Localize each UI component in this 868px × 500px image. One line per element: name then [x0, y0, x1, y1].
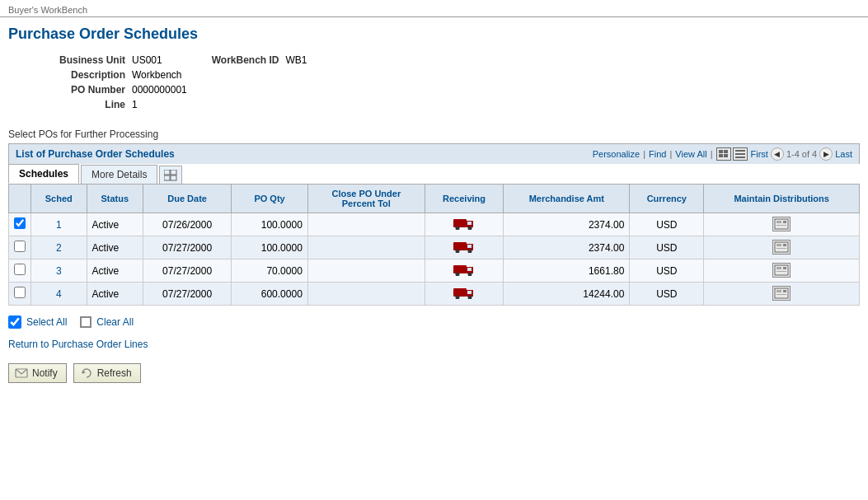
merch-amt-cell: 14244.00 [504, 283, 630, 306]
svg-rect-19 [783, 221, 786, 223]
select-all-group: Select All [8, 315, 67, 329]
notify-button[interactable]: Notify [8, 363, 67, 383]
truck-icon[interactable] [453, 286, 475, 301]
prev-page-arrow[interactable]: ◀ [771, 147, 784, 161]
close-po-cell [307, 236, 425, 259]
last-label[interactable]: Last [835, 149, 852, 159]
merch-amt-cell: 1661.80 [504, 259, 630, 283]
refresh-button[interactable]: Refresh [73, 363, 141, 383]
currency-cell: USD [630, 259, 704, 283]
refresh-label: Refresh [97, 367, 132, 379]
col-close-po: Close PO UnderPercent Tol [307, 185, 425, 213]
svg-rect-45 [777, 294, 786, 295]
clear-all-group: Clear All [80, 316, 134, 328]
close-po-cell [307, 259, 425, 283]
row-checkbox[interactable] [14, 264, 26, 275]
instruction-text: Select POs for Further Processing [0, 122, 868, 143]
tab-grid-icon[interactable] [159, 166, 182, 184]
svg-rect-18 [777, 225, 786, 226]
col-maintain-dist: Maintain Distributions [704, 185, 860, 213]
select-all-checkbox[interactable] [8, 315, 21, 329]
business-unit-value: US001 [132, 54, 162, 66]
svg-rect-27 [777, 248, 786, 249]
svg-rect-43 [775, 288, 788, 298]
po-qty-cell: 70.0000 [232, 259, 308, 283]
workbench-id-label: WorkBench ID [212, 54, 286, 66]
maintain-dist-cell[interactable] [704, 236, 860, 259]
svg-rect-17 [777, 221, 781, 223]
tab-schedules[interactable]: Schedules [8, 164, 79, 184]
line-value: 1 [132, 99, 138, 110]
truck-icon[interactable] [453, 263, 475, 278]
tabs-row: Schedules More Details [8, 164, 860, 184]
view-all-link[interactable]: View All [675, 149, 706, 159]
grid-icon-1[interactable] [716, 147, 731, 161]
tab-more-details[interactable]: More Details [81, 165, 157, 184]
due-date-cell: 07/27/2000 [143, 283, 231, 306]
svg-rect-3 [724, 154, 728, 157]
list-controls: Personalize | Find | View All | First ◀ … [593, 147, 852, 161]
distribution-icon[interactable] [772, 286, 791, 301]
select-all-link[interactable]: Select All [26, 316, 67, 328]
maintain-dist-cell[interactable] [704, 283, 860, 306]
svg-rect-35 [777, 267, 781, 269]
find-link[interactable]: Find [649, 149, 666, 159]
receiving-cell[interactable] [425, 259, 503, 283]
col-currency: Currency [630, 185, 704, 213]
truck-icon[interactable] [453, 217, 475, 232]
sched-link[interactable]: 3 [56, 265, 62, 277]
col-checkbox [9, 185, 31, 213]
svg-rect-46 [783, 290, 786, 292]
sched-link[interactable]: 1 [56, 219, 62, 231]
svg-marker-48 [82, 371, 86, 374]
row-checkbox[interactable] [14, 241, 26, 252]
description-label: Description [8, 69, 132, 81]
button-row: Notify Refresh [0, 358, 868, 388]
sched-link[interactable]: 4 [56, 288, 62, 300]
row-checkbox[interactable] [14, 287, 26, 298]
distribution-icon[interactable] [772, 217, 791, 231]
svg-rect-5 [735, 153, 745, 155]
currency-cell: USD [630, 283, 704, 306]
pagination-text: 1-4 of 4 [786, 149, 817, 159]
merch-amt-cell: 2374.00 [504, 213, 630, 236]
first-label[interactable]: First [751, 149, 768, 159]
page-title: Purchase Order Schedules [0, 21, 868, 51]
business-unit-row: Business Unit US001 WorkBench ID WB1 [8, 54, 860, 66]
receiving-cell[interactable] [425, 283, 503, 306]
distribution-icon[interactable] [772, 240, 791, 255]
currency-cell: USD [630, 213, 704, 236]
svg-rect-16 [775, 219, 788, 229]
notify-label: Notify [32, 367, 58, 379]
svg-rect-40 [467, 291, 472, 294]
personalize-link[interactable]: Personalize [593, 149, 640, 159]
next-page-arrow[interactable]: ▶ [819, 147, 833, 161]
table-row: 3Active07/27/200070.0000 1661.80USD [9, 259, 860, 283]
svg-rect-28 [783, 244, 786, 246]
truck-icon[interactable] [453, 240, 475, 255]
po-qty-cell: 100.0000 [232, 213, 308, 236]
notify-icon [14, 367, 29, 380]
sched-link[interactable]: 2 [56, 242, 62, 254]
maintain-dist-cell[interactable] [704, 259, 860, 283]
svg-rect-44 [777, 290, 781, 292]
clear-all-link[interactable]: Clear All [96, 316, 134, 328]
grid-icon-2[interactable] [733, 147, 748, 161]
col-receiving: Receiving [425, 185, 503, 213]
po-qty-cell: 600.0000 [232, 283, 308, 306]
line-row: Line 1 [8, 99, 860, 110]
svg-rect-34 [775, 265, 788, 275]
svg-rect-36 [777, 271, 786, 272]
receiving-cell[interactable] [425, 213, 503, 236]
status-cell: Active [87, 213, 143, 236]
workbench-id-value: WB1 [286, 54, 307, 66]
svg-rect-29 [453, 265, 467, 273]
return-to-po-lines-link[interactable]: Return to Purchase Order Lines [8, 339, 148, 350]
row-checkbox[interactable] [14, 217, 26, 229]
maintain-dist-cell[interactable] [704, 213, 860, 236]
table-row: 2Active07/27/2000100.0000 2374.00USD [9, 236, 860, 259]
return-link-section: Return to Purchase Order Lines [0, 335, 868, 358]
receiving-cell[interactable] [425, 236, 503, 259]
distribution-icon[interactable] [772, 263, 791, 278]
svg-rect-7 [164, 170, 170, 175]
